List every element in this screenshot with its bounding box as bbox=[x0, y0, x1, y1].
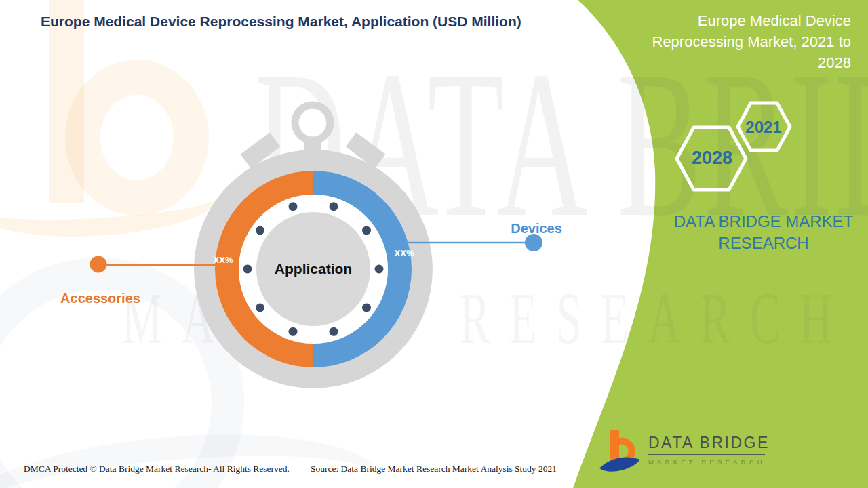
hexagon-year-2028: 2028 bbox=[677, 148, 747, 169]
hexagon-year-2021: 2021 bbox=[737, 118, 790, 137]
dmca-notice: DMCA Protected © Data Bridge Market Rese… bbox=[24, 464, 290, 474]
footer-logo-name: DATA BRIDGE bbox=[648, 434, 770, 452]
data-bridge-b-icon bbox=[599, 430, 643, 476]
footer-logo-subtitle: MARKET RESEARCH bbox=[648, 458, 770, 466]
brand-caption: DATA BRIDGE MARKET RESEARCH bbox=[668, 211, 859, 254]
source-note: Source: Data Bridge Market Research Mark… bbox=[311, 464, 557, 474]
footer-logo: DATA BRIDGE MARKET RESEARCH bbox=[599, 430, 776, 479]
footer-logo-rule bbox=[648, 454, 765, 455]
